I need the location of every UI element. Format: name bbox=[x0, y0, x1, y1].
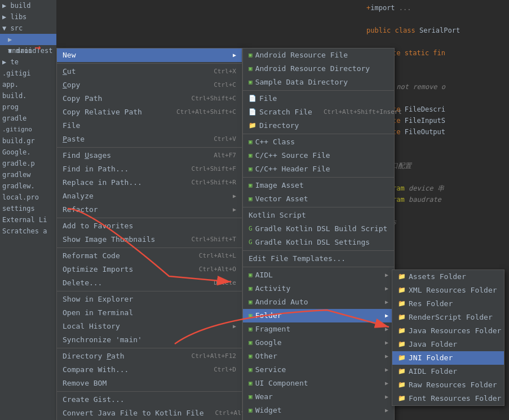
new-submenu-item-file[interactable]: 📄 File bbox=[243, 92, 394, 105]
divider-7 bbox=[57, 391, 242, 392]
new-label: New bbox=[63, 48, 76, 62]
tree-item-gitignore[interactable]: .gitignо bbox=[0, 124, 56, 135]
vector-icon: ▣ bbox=[249, 192, 253, 206]
new-divider-3 bbox=[243, 177, 394, 178]
tree-item-androidtest[interactable]: ▶ androidTest bbox=[0, 34, 56, 45]
android-icon-2: ▣ bbox=[249, 62, 253, 76]
folder-submenu-item-font-resources[interactable]: 📁 Font Resources Folder bbox=[392, 392, 504, 405]
context-menu-item-new[interactable]: New ▶ bbox=[57, 48, 242, 62]
new-divider-2 bbox=[243, 134, 394, 134]
new-submenu-item-wear[interactable]: ▣ Wear ▶ bbox=[243, 390, 394, 404]
new-submenu-item-widget[interactable]: ▣ Widget ▶ bbox=[243, 404, 394, 417]
tree-item-build2[interactable]: build. bbox=[0, 90, 56, 101]
folder-submenu-item-raw-resources[interactable]: 📁 Raw Resources Folder bbox=[392, 378, 504, 392]
context-menu-item-copy-path[interactable]: Copy Path Ctrl+Shift+C bbox=[57, 92, 242, 105]
gradle-icon-2: G bbox=[249, 236, 253, 249]
folder-submenu: 📁 Assets Folder 📁 XML Resources Folder 📁… bbox=[392, 269, 504, 406]
tree-item-gradlew[interactable]: gradlew bbox=[0, 169, 56, 180]
folder-submenu-item-java[interactable]: 📁 Java Folder bbox=[392, 338, 504, 351]
new-submenu-item-cpp-source[interactable]: ▣ C/C++ Source File bbox=[243, 149, 394, 162]
new-submenu-item-ui-component[interactable]: ▣ UI Component ▶ bbox=[243, 377, 394, 390]
new-submenu-item-image-asset[interactable]: ▣ Image Asset bbox=[243, 179, 394, 192]
context-menu-item-find-usages[interactable]: Find Usages Alt+F7 bbox=[57, 149, 242, 162]
cpp-icon-3: ▣ bbox=[249, 162, 253, 176]
tree-item-gradlew2[interactable]: gradlew. bbox=[0, 180, 56, 192]
new-submenu-item-gradle-settings[interactable]: G Gradle Kotlin DSL Settings bbox=[243, 236, 394, 249]
aidl-folder-icon: 📁 bbox=[398, 365, 406, 378]
new-submenu-item-android-resource-file[interactable]: ▣ Android Resource File bbox=[243, 48, 394, 62]
xml-icon: ▣ bbox=[249, 417, 253, 420]
new-divider-5 bbox=[243, 250, 394, 251]
tree-item-gradle[interactable]: gradle bbox=[0, 113, 56, 124]
tree-item-libs[interactable]: ▶ libs bbox=[0, 11, 56, 23]
new-submenu-item-scratch-file[interactable]: 📄 Scratch File Ctrl+Alt+Shift+Insert bbox=[243, 105, 394, 119]
new-submenu-item-service[interactable]: ▣ Service ▶ bbox=[243, 363, 394, 377]
context-menu-item-remove-bom[interactable]: Remove BOM bbox=[57, 377, 242, 390]
wear-icon: ▣ bbox=[249, 390, 253, 404]
context-menu-item-cut[interactable]: Cut Ctrl+X bbox=[57, 65, 242, 78]
context-menu-item-compare[interactable]: Compare With... Ctrl+D bbox=[57, 363, 242, 377]
context-menu-item-file[interactable]: File bbox=[57, 119, 242, 132]
context-menu-item-copy-relative-path[interactable]: Copy Relative Path Ctrl+Alt+Shift+C bbox=[57, 105, 242, 119]
android-icon-3: ▣ bbox=[249, 76, 253, 89]
new-submenu-item-cpp-header[interactable]: ▣ C/C++ Header File bbox=[243, 162, 394, 176]
context-menu-item-replace-in-path[interactable]: Replace in Path... Ctrl+Shift+R bbox=[57, 176, 242, 189]
new-submenu-item-directory[interactable]: 📁 Directory bbox=[243, 119, 394, 132]
new-submenu-item-xml[interactable]: ▣ XML ▶ bbox=[243, 417, 394, 420]
context-menu-item-copy[interactable]: Copy Ctrl+C bbox=[57, 78, 242, 92]
android-icon: ▣ bbox=[249, 48, 253, 62]
tree-item-buildgr[interactable]: build.gr bbox=[0, 135, 56, 147]
scratch-icon: 📄 bbox=[249, 105, 256, 119]
context-menu-item-convert[interactable]: Convert Java File to Kotlin File Ctrl+Al… bbox=[57, 406, 242, 420]
context-menu-item-create-gist[interactable]: Create Gist... bbox=[57, 393, 242, 406]
tree-item-src[interactable]: ▼ src bbox=[0, 23, 56, 34]
folder-submenu-item-res[interactable]: 📁 Res Folder bbox=[392, 297, 504, 311]
service-arrow-icon: ▶ bbox=[385, 363, 388, 377]
folder-submenu-item-jni[interactable]: 📁 JNI Folder bbox=[392, 351, 504, 365]
divider-1 bbox=[57, 63, 242, 64]
tree-item-build[interactable]: ▶ build bbox=[0, 0, 56, 11]
cpp-icon: ▣ bbox=[249, 135, 253, 149]
ui-arrow-icon: ▶ bbox=[385, 377, 388, 390]
folder-submenu-item-java-resources[interactable]: 📁 Java Resources Folder bbox=[392, 324, 504, 338]
file-icon: 📄 bbox=[249, 92, 256, 105]
tree-item-prog[interactable]: prog bbox=[0, 101, 56, 113]
widget-icon: ▣ bbox=[249, 404, 253, 417]
folder-submenu-item-xml-resources[interactable]: 📁 XML Resources Folder bbox=[392, 284, 504, 297]
new-submenu-item-kotlin-script[interactable]: Kotlin Script bbox=[243, 209, 394, 222]
widget-arrow-icon: ▶ bbox=[385, 404, 388, 417]
new-divider-1 bbox=[243, 90, 394, 91]
tree-item-app[interactable]: app. bbox=[0, 79, 56, 90]
new-arrow-icon: ▶ bbox=[233, 48, 236, 62]
xml-arrow-icon: ▶ bbox=[385, 417, 388, 420]
new-submenu: ▣ Android Resource File ▣ Android Resour… bbox=[242, 48, 395, 420]
tree-item-google[interactable]: Google. bbox=[0, 147, 56, 158]
service-icon: ▣ bbox=[249, 363, 253, 377]
new-divider-6 bbox=[243, 267, 394, 267]
new-submenu-item-cpp-class[interactable]: ▣ C++ Class bbox=[243, 135, 394, 149]
folder-submenu-item-renderscript[interactable]: 📁 RenderScript Folder bbox=[392, 311, 504, 324]
new-submenu-item-sample-data-dir[interactable]: ▣ Sample Data Directory bbox=[243, 76, 394, 89]
new-submenu-item-gradle-build[interactable]: G Gradle Kotlin DSL Build Script bbox=[243, 222, 394, 236]
new-submenu-item-edit-templates[interactable]: Edit File Templates... bbox=[243, 252, 394, 266]
gradle-icon: G bbox=[249, 222, 253, 236]
tree-item-gitigi[interactable]: .gitigi bbox=[0, 68, 56, 79]
context-menu-item-paste[interactable]: Paste Ctrl+V bbox=[57, 132, 242, 146]
folder-submenu-item-assets[interactable]: 📁 Assets Folder bbox=[392, 270, 504, 284]
ui-icon: ▣ bbox=[249, 377, 253, 390]
tree-item-gradlep[interactable]: gradle.p bbox=[0, 158, 56, 169]
new-divider-4 bbox=[243, 207, 394, 207]
new-submenu-item-android-resource-dir[interactable]: ▣ Android Resource Directory bbox=[243, 62, 394, 76]
wear-arrow-icon: ▶ bbox=[385, 390, 388, 404]
folder-submenu-item-aidl[interactable]: 📁 AIDL Folder bbox=[392, 365, 504, 378]
image-icon: ▣ bbox=[249, 179, 253, 192]
new-submenu-item-vector-asset[interactable]: ▣ Vector Asset bbox=[243, 192, 394, 206]
font-folder-icon: 📁 bbox=[398, 392, 406, 405]
tree-item-te[interactable]: ▶ te bbox=[0, 56, 56, 68]
folder-icon: 📁 bbox=[249, 119, 256, 132]
divider-2 bbox=[57, 147, 242, 148]
red-arrow-indicator: → bbox=[35, 41, 41, 53]
cpp-icon-2: ▣ bbox=[249, 149, 253, 162]
context-menu-item-find-in-path[interactable]: Find in Path... Ctrl+Shift+F bbox=[57, 162, 242, 176]
red-arrow-2 bbox=[158, 271, 406, 361]
